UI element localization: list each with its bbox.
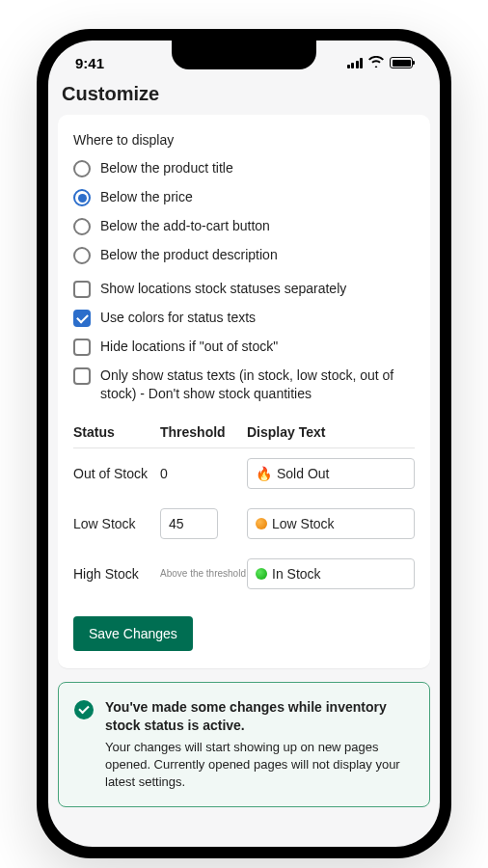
banner-body: Your changes will start showing up on ne… [105,739,414,792]
checkbox-label: Only show status texts (in stock, low st… [100,366,415,403]
header-display: Display Text [247,424,415,440]
header-threshold: Threshold [160,424,247,440]
header-status: Status [73,424,160,440]
checkbox-label: Hide locations if "out of stock" [100,338,415,356]
checkbox-icon [73,367,91,385]
settings-card: Where to display Below the product title… [58,115,430,668]
radio-label: Below the product title [100,159,415,177]
signal-icon [347,58,364,68]
table-header: Status Threshold Display Text [73,424,415,448]
orange-dot-icon [256,518,267,529]
fire-icon: 🔥 [256,466,272,481]
checkbox-label: Show locations stock statuses separately [100,280,415,298]
checkbox-icon [73,339,91,356]
threshold-input[interactable] [160,508,218,539]
checkbox-icon [73,310,91,327]
success-banner: You've made some changes while inventory… [58,682,430,807]
banner-title: You've made some changes while inventory… [105,698,414,735]
display-text-input[interactable]: 🔥 Sold Out [247,458,415,489]
display-text-input[interactable]: Low Stock [247,508,415,539]
radio-below-add-to-cart[interactable]: Below the add-to-cart button [73,217,415,235]
display-text-value: Sold Out [277,466,329,481]
row-status: Out of Stock [73,466,160,481]
checkbox-show-locations-separately[interactable]: Show locations stock statuses separately [73,280,415,298]
page-title: Customize [48,79,440,115]
display-text-value: Low Stock [272,516,335,531]
display-text-input[interactable]: In Stock [247,558,415,589]
radio-below-the-price[interactable]: Below the price [73,188,415,206]
phone-frame: 9:41 Customize Where to display Below th… [37,29,451,858]
green-dot-icon [256,568,267,580]
checkbox-icon [73,281,91,298]
row-threshold: 0 [160,466,247,481]
where-to-display-label: Where to display [73,132,415,148]
battery-icon [390,57,413,68]
checkbox-only-status-texts[interactable]: Only show status texts (in stock, low st… [73,366,415,403]
radio-icon [73,189,91,206]
status-bar: 9:41 [48,41,440,79]
checkbox-hide-out-of-stock[interactable]: Hide locations if "out of stock" [73,338,415,356]
table-row-high-stock: High Stock Above the threshold In Stock [73,549,415,599]
radio-icon [73,160,91,177]
radio-label: Below the product description [100,246,415,264]
checkbox-label: Use colors for status texts [100,309,415,327]
content-scroll[interactable]: Where to display Below the product title… [48,115,440,847]
screen: 9:41 Customize Where to display Below th… [48,41,440,847]
table-row-out-of-stock: Out of Stock 0 🔥 Sold Out [73,448,415,499]
wifi-icon [368,55,384,70]
save-changes-button[interactable]: Save Changes [73,616,193,651]
row-status: Low Stock [73,516,160,531]
status-time: 9:41 [75,55,104,71]
radio-icon [73,218,91,235]
radio-label: Below the price [100,188,415,206]
checkbox-use-colors[interactable]: Use colors for status texts [73,309,415,327]
radio-below-product-title[interactable]: Below the product title [73,159,415,177]
table-row-low-stock: Low Stock Low Stock [73,499,415,549]
row-threshold: Above the threshold [160,568,247,580]
status-icons [347,55,414,70]
check-circle-icon [74,700,94,719]
display-text-value: In Stock [272,566,321,582]
radio-label: Below the add-to-cart button [100,217,415,235]
row-status: High Stock [73,566,160,582]
radio-icon [73,247,91,264]
radio-below-product-description[interactable]: Below the product description [73,246,415,264]
